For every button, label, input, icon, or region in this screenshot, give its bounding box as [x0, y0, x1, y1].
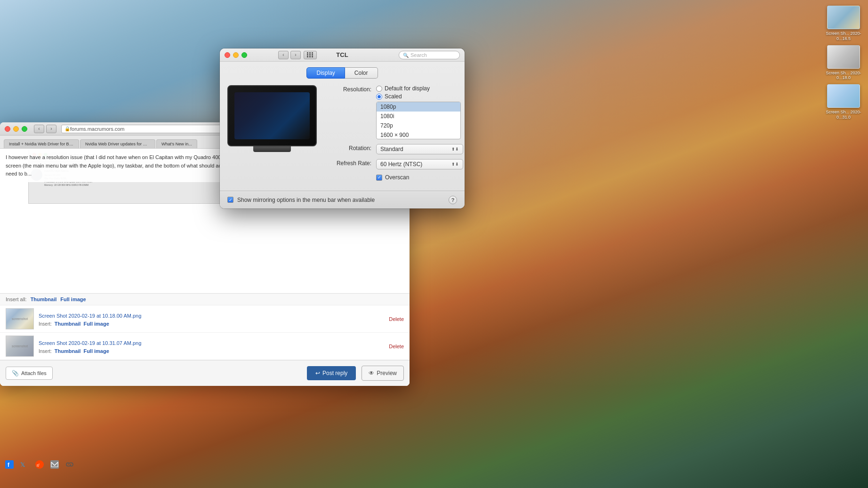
prefs-forward-button[interactable]: › — [290, 51, 301, 59]
thumbnail-link-2[interactable]: Thumbnail — [55, 348, 81, 354]
attachment-thumb-1: screenshot — [6, 308, 34, 329]
fullimage-link-2[interactable]: Full image — [83, 348, 109, 354]
twitter-icon[interactable]: 𝕏 — [20, 460, 29, 469]
svg-rect-0 — [5, 460, 14, 469]
icon-label-2: Screen Sh... 2020-0...18.0 — [825, 71, 862, 81]
radio-scaled-input[interactable] — [376, 94, 382, 100]
insert-label-1: Insert: — [39, 321, 52, 327]
prefs-search-bar[interactable]: 🔍 Search — [399, 51, 460, 59]
facebook-icon[interactable]: f — [5, 460, 14, 469]
back-button[interactable]: ‹ — [34, 125, 44, 133]
thumbnail-link-1[interactable]: Thumbnail — [55, 321, 81, 327]
social-icons-bar: f 𝕏 r/ — [5, 460, 74, 469]
post-reply-label: Post reply — [322, 370, 347, 376]
preview-button[interactable]: 👁 Preview — [362, 366, 404, 381]
prefs-titlebar: ‹ › TCL 🔍 Search — [220, 48, 465, 62]
res-item-1080p[interactable]: 1080p — [377, 102, 460, 112]
desktop-icon-3[interactable]: Screen Sh... 2020-0...31.0 — [825, 84, 862, 120]
tv-body — [227, 85, 317, 146]
res-item-1080i[interactable]: 1080i — [377, 112, 460, 121]
prefs-tabs: Display Color — [227, 67, 457, 79]
tv-stand — [253, 146, 291, 152]
forum-tab-1[interactable]: Install + Nvidia Web Driver for Build 17… — [4, 139, 79, 148]
attachment-image-1: screenshot — [6, 309, 33, 329]
desktop-icon-2[interactable]: Screen Sh... 2020-0...18.0 — [825, 45, 862, 81]
prefs-grid-button[interactable] — [304, 51, 317, 59]
resolution-section: Resolution: Default for display Sc — [324, 85, 463, 185]
radio-default-input[interactable] — [376, 86, 382, 92]
tv-display-image — [227, 85, 317, 153]
insert-all-thumbnail-link[interactable]: Thumbnail — [31, 296, 57, 302]
resolution-list[interactable]: 1080p 1080i 720p 1600 × 900 1344 × 756 — [376, 102, 461, 139]
icon-label-1: Screen Sh... 2020-0...16.5 — [825, 31, 862, 41]
email-icon[interactable] — [50, 460, 59, 469]
attach-files-button[interactable]: 📎 Attach files — [6, 367, 53, 380]
resolution-control: Default for display Scaled 1080p — [376, 85, 463, 139]
maximize-button[interactable] — [22, 126, 27, 132]
prefs-main-area: Resolution: Default for display Sc — [227, 85, 457, 185]
post-reply-button[interactable]: ↩ Post reply — [307, 366, 356, 380]
forward-button[interactable]: › — [46, 125, 56, 133]
rotation-select[interactable]: Standard ⬆⬇ — [376, 144, 463, 154]
mirror-label: Show mirroring options in the menu bar w… — [237, 197, 445, 203]
rotation-value: Standard — [380, 146, 403, 152]
prefs-back-button[interactable]: ‹ — [278, 51, 289, 59]
link-icon[interactable] — [65, 460, 74, 469]
res-item-1600x900[interactable]: 1600 × 900 — [377, 130, 460, 139]
refresh-rate-value: 60 Hertz (NTSC) — [380, 161, 422, 168]
radio-default-label: Default for display — [385, 85, 430, 92]
preview-label: Preview — [377, 370, 397, 376]
overscan-checkbox[interactable]: ✓ — [376, 175, 382, 181]
radio-default[interactable]: Default for display — [376, 85, 463, 92]
icon-label-3: Screen Sh... 2020-0...31.0 — [825, 110, 862, 120]
prefs-nav: ‹ › — [278, 51, 301, 59]
delete-btn-1[interactable]: Delete — [389, 316, 404, 322]
refresh-rate-label: Refresh Rate: — [324, 159, 376, 167]
prefs-bottom-bar: ✓ Show mirroring options in the menu bar… — [220, 191, 465, 208]
delete-btn-2[interactable]: Delete — [389, 344, 404, 349]
resolution-row: Resolution: Default for display Sc — [324, 85, 463, 139]
rotation-control: Standard ⬆⬇ — [376, 144, 463, 154]
insert-all-label: Insert all: — [6, 296, 27, 302]
tv-screen — [234, 92, 310, 139]
reddit-icon[interactable]: r/ — [35, 460, 44, 469]
attachment-thumb-2: screenshot — [6, 336, 34, 357]
attachment-insert-2: Insert: Thumbnail Full image — [39, 348, 384, 354]
prefs-maximize-button[interactable] — [241, 52, 247, 58]
refresh-rate-control: 60 Hertz (NTSC) ⬆⬇ — [376, 159, 463, 169]
prefs-close-button[interactable] — [225, 52, 230, 58]
attachment-image-2: screenshot — [6, 336, 33, 356]
insert-all-bar: Insert all: Thumbnail Full image — [0, 294, 410, 305]
help-button[interactable]: ? — [449, 196, 457, 204]
desktop-icon-1[interactable]: Screen Sh... 2020-0...16.5 — [825, 6, 862, 41]
attachment-filename-1[interactable]: Screen Shot 2020-02-19 at 10.18.00 AM.pn… — [39, 313, 141, 319]
radio-scaled-label: Scaled — [385, 93, 402, 100]
search-icon: 🔍 — [403, 53, 409, 58]
insert-all-fullimage-link[interactable]: Full image — [60, 296, 86, 302]
tab-display[interactable]: Display — [306, 67, 345, 79]
grid-icon — [307, 52, 313, 57]
res-item-720p[interactable]: 720p — [377, 121, 460, 130]
overscan-label: Overscan — [385, 174, 409, 181]
forum-tab-2[interactable]: Nvidia Web Driver updates for macOS High… — [80, 139, 155, 148]
icon-thumbnail-3 — [827, 84, 860, 108]
rotation-row: Rotation: Standard ⬆⬇ — [324, 144, 463, 154]
url-text: forums.macrumors.com — [70, 126, 125, 132]
paperclip-icon: 📎 — [12, 370, 19, 376]
mirror-checkbox[interactable]: ✓ — [227, 197, 233, 203]
rotation-arrow: ⬆⬇ — [451, 147, 459, 152]
attach-files-label: Attach files — [21, 370, 47, 376]
forum-tab-3[interactable]: What's New in... — [156, 139, 197, 148]
attachment-row-1: screenshot Screen Shot 2020-02-19 at 10.… — [0, 305, 410, 333]
close-button[interactable] — [5, 126, 10, 132]
reply-icon: ↩ — [315, 370, 320, 376]
resolution-label: Resolution: — [324, 85, 376, 93]
refresh-rate-select[interactable]: 60 Hertz (NTSC) ⬆⬇ — [376, 159, 463, 169]
fullimage-link-1[interactable]: Full image — [83, 321, 109, 327]
radio-scaled[interactable]: Scaled — [376, 93, 463, 100]
attachment-filename-2[interactable]: Screen Shot 2020-02-19 at 10.31.07 AM.pn… — [39, 340, 141, 346]
tab-color[interactable]: Color — [345, 67, 378, 79]
prefs-minimize-button[interactable] — [233, 52, 239, 58]
minimize-button[interactable] — [13, 126, 19, 132]
browser-nav: ‹ › — [34, 125, 56, 133]
